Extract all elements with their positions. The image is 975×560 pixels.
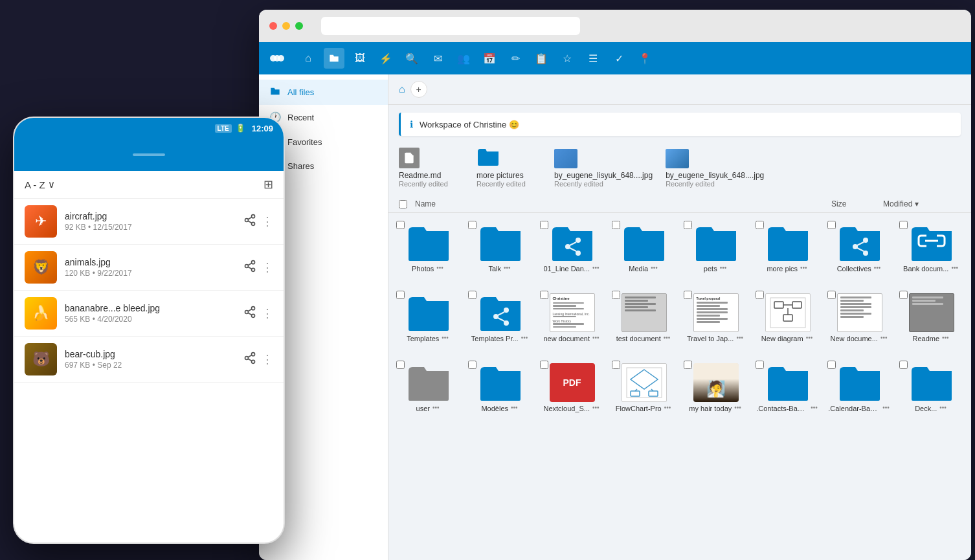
- traveljap-checkbox[interactable]: [684, 291, 692, 299]
- list-nav-icon[interactable]: ☰: [583, 48, 603, 69]
- phone-file-aircraft[interactable]: ✈ aircraft.jpg 92 KB • 12/15/2017 ⋮: [14, 199, 284, 245]
- folder-morepics[interactable]: more pics •••: [753, 218, 822, 278]
- bankdocum-more-btn[interactable]: •••: [950, 264, 959, 271]
- templates-checkbox[interactable]: [396, 291, 405, 299]
- recent-item-more-pictures[interactable]: more pictures Recently edited: [476, 146, 541, 188]
- files-nav-icon[interactable]: [324, 48, 344, 69]
- folder-templates[interactable]: Templates •••: [394, 288, 463, 348]
- banana-share-icon[interactable]: [243, 306, 256, 322]
- animals-more-icon[interactable]: ⋮: [262, 260, 273, 274]
- modeles-more-btn[interactable]: •••: [510, 404, 519, 411]
- traveljap-more-btn[interactable]: •••: [735, 334, 745, 341]
- flowchart-checkbox[interactable]: [612, 361, 620, 369]
- folder-contacts-backup[interactable]: .Contacts-Backup •••: [753, 358, 822, 418]
- sidebar-item-all-files[interactable]: All files: [259, 80, 388, 105]
- newdoc-checkbox[interactable]: [540, 291, 548, 299]
- folder-modeles[interactable]: Modèles •••: [465, 358, 535, 418]
- folder-calendar-backup[interactable]: .Calendar-Backup •••: [825, 358, 894, 418]
- calendarbkp-checkbox[interactable]: [827, 361, 836, 369]
- calendarbkp-more-btn[interactable]: •••: [881, 404, 891, 411]
- folder-collectives[interactable]: Collectives •••: [825, 218, 894, 278]
- newdiagram-checkbox[interactable]: [756, 291, 764, 299]
- add-file-button[interactable]: +: [410, 81, 427, 98]
- file-testdoc[interactable]: test document •••: [609, 288, 678, 348]
- nextcloudpdf-checkbox[interactable]: [540, 361, 548, 369]
- animals-share-icon[interactable]: [243, 260, 256, 276]
- contacts-nav-icon[interactable]: 👥: [453, 48, 474, 69]
- file-traveljap[interactable]: Travel proposal Travel to Jap... •••: [681, 288, 750, 348]
- linedan-more-btn[interactable]: •••: [591, 264, 601, 271]
- notes-nav-icon[interactable]: ✏: [505, 48, 526, 69]
- column-size-header[interactable]: Size: [831, 199, 883, 208]
- hairtoday-more-btn[interactable]: •••: [733, 404, 743, 411]
- newdoc-more-btn[interactable]: •••: [591, 334, 601, 341]
- banana-more-icon[interactable]: ⋮: [262, 306, 273, 320]
- folder-templates-pr[interactable]: Templates Pr... •••: [465, 288, 535, 348]
- maps-nav-icon[interactable]: 📍: [634, 48, 655, 69]
- morepics-checkbox[interactable]: [756, 221, 764, 229]
- recent-item-photo1[interactable]: by_eugene_lisyuk_648....jpg Recently edi…: [554, 149, 653, 188]
- newdiagram-more-btn[interactable]: •••: [805, 334, 814, 341]
- bear-more-icon[interactable]: ⋮: [262, 352, 273, 366]
- home-nav-icon[interactable]: ⌂: [298, 48, 319, 69]
- bear-share-icon[interactable]: [243, 352, 256, 368]
- contactsbkp-more-btn[interactable]: •••: [809, 404, 819, 411]
- close-button[interactable]: [269, 22, 277, 30]
- newdocume-more-btn[interactable]: •••: [879, 334, 889, 341]
- minimize-button[interactable]: [282, 22, 290, 30]
- grid-view-button[interactable]: ⊞: [263, 177, 273, 192]
- folder-media[interactable]: Media •••: [609, 218, 678, 278]
- modeles-checkbox[interactable]: [468, 361, 476, 369]
- templates-more-btn[interactable]: •••: [440, 334, 450, 341]
- collectives-checkbox[interactable]: [827, 221, 836, 229]
- file-newdocume[interactable]: New docume... •••: [825, 288, 894, 348]
- breadcrumb-home[interactable]: ⌂: [399, 84, 405, 95]
- user-more-btn[interactable]: •••: [431, 404, 441, 411]
- talk-checkbox[interactable]: [468, 221, 476, 229]
- folder-bankdocum[interactable]: Bank docum... •••: [897, 218, 966, 278]
- nextcloudpdf-more-btn[interactable]: •••: [591, 404, 601, 411]
- testdoc-checkbox[interactable]: [612, 291, 620, 299]
- testdoc-more-btn[interactable]: •••: [662, 334, 672, 341]
- collectives-more-btn[interactable]: •••: [873, 264, 882, 271]
- phone-file-banana[interactable]: 🍌 bananabre...e bleed.jpg 565 KB • 4/20/…: [14, 291, 284, 337]
- folder-deck[interactable]: Deck... •••: [897, 358, 966, 418]
- talk-more-btn[interactable]: •••: [502, 264, 512, 271]
- bankdocum-checkbox[interactable]: [899, 221, 908, 229]
- folder-pets[interactable]: pets •••: [681, 218, 750, 278]
- user-checkbox[interactable]: [396, 361, 405, 369]
- column-modified-header[interactable]: Modified ▾: [883, 199, 961, 208]
- aircraft-more-icon[interactable]: ⋮: [262, 214, 273, 229]
- phone-file-bear[interactable]: 🐻 bear-cub.jpg 697 KB • Sep 22 ⋮: [14, 337, 284, 383]
- morepics-more-btn[interactable]: •••: [799, 264, 809, 271]
- hairtoday-checkbox[interactable]: [684, 361, 692, 369]
- readme-checkbox[interactable]: [899, 291, 908, 299]
- sort-az-button[interactable]: A - Z ∨: [25, 179, 55, 190]
- deck-more-btn[interactable]: •••: [938, 404, 948, 411]
- deck-nav-icon[interactable]: 📋: [531, 48, 552, 69]
- file-readme[interactable]: Readme •••: [897, 288, 966, 348]
- tasks-nav-icon[interactable]: ✓: [609, 48, 629, 69]
- folder-talk[interactable]: Talk •••: [465, 218, 535, 278]
- starred-nav-icon[interactable]: ☆: [557, 48, 577, 69]
- flowchart-more-btn[interactable]: •••: [663, 404, 673, 411]
- linedan-checkbox[interactable]: [540, 221, 548, 229]
- deck-checkbox[interactable]: [899, 361, 908, 369]
- templatesPr-more-btn[interactable]: •••: [520, 334, 530, 341]
- search-nav-icon[interactable]: 🔍: [401, 48, 422, 69]
- file-newdiagram[interactable]: New diagram •••: [753, 288, 822, 348]
- contactsbkp-checkbox[interactable]: [756, 361, 764, 369]
- media-checkbox[interactable]: [612, 221, 620, 229]
- pets-checkbox[interactable]: [684, 221, 692, 229]
- select-all-checkbox[interactable]: [399, 200, 407, 208]
- photos-nav-icon[interactable]: 🖼: [350, 48, 370, 69]
- photos-checkbox[interactable]: [396, 221, 405, 229]
- readme-more-btn[interactable]: •••: [941, 334, 950, 341]
- folder-01linedan[interactable]: 01_Line Dan... •••: [537, 218, 607, 278]
- calendar-nav-icon[interactable]: 📅: [479, 48, 500, 69]
- recent-item-photo2[interactable]: by_eugene_lisyuk_648....jpg Recently edi…: [666, 149, 764, 188]
- media-more-btn[interactable]: •••: [649, 264, 659, 271]
- newdocume-checkbox[interactable]: [827, 291, 836, 299]
- phone-file-animals[interactable]: 🦁 animals.jpg 120 KB • 9/22/2017 ⋮: [14, 245, 284, 291]
- file-hairtoday[interactable]: 🧖 my hair today •••: [681, 358, 750, 418]
